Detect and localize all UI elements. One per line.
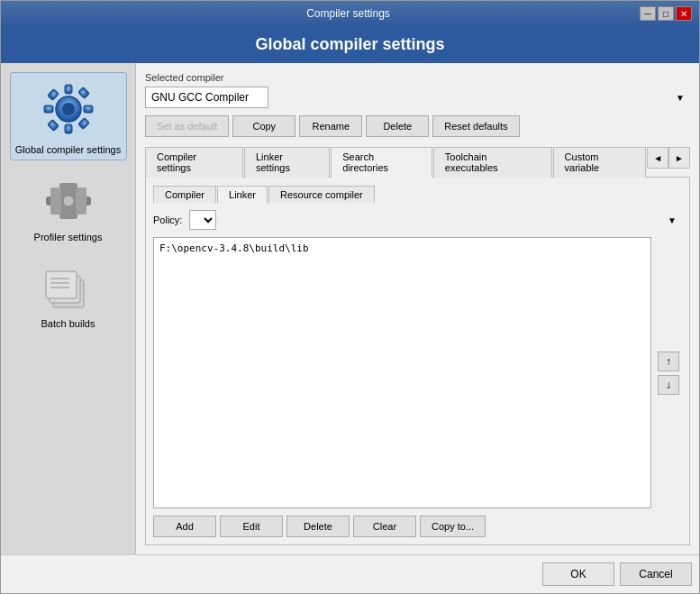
compiler-dropdown-wrapper: GNU GCC Compiler ▼ xyxy=(145,87,690,108)
delete-button[interactable]: Delete xyxy=(366,115,429,137)
inner-tab-resource-compiler[interactable]: Resource compiler xyxy=(268,186,375,204)
tab-custom-variable[interactable]: Custom variable xyxy=(553,147,647,178)
compiler-dropdown[interactable]: GNU GCC Compiler xyxy=(145,87,268,108)
ok-button[interactable]: OK xyxy=(542,562,614,586)
tab-nav-left[interactable]: ◄ xyxy=(647,147,668,169)
delete-path-button[interactable]: Delete xyxy=(286,516,350,537)
svg-rect-7 xyxy=(77,118,89,130)
profiler-icon xyxy=(37,174,100,228)
svg-rect-5 xyxy=(84,105,93,113)
svg-rect-8 xyxy=(47,120,59,132)
svg-rect-4 xyxy=(44,105,53,113)
sidebar-label-batch: Batch builds xyxy=(41,318,95,329)
svg-rect-9 xyxy=(77,87,89,99)
policy-dropdown[interactable] xyxy=(189,210,216,230)
policy-label: Policy: xyxy=(153,215,182,225)
paths-area[interactable]: F:\opencv-3.4.8\build\lib xyxy=(153,237,651,508)
move-up-button[interactable]: ↑ xyxy=(658,352,679,371)
svg-rect-2 xyxy=(65,85,72,94)
batch-icon xyxy=(37,260,100,315)
policy-dropdown-wrapper: ▼ xyxy=(189,210,682,230)
maximize-button[interactable]: □ xyxy=(658,6,674,21)
close-button[interactable]: ✕ xyxy=(676,6,692,21)
svg-rect-17 xyxy=(46,271,77,298)
window-controls: ─ □ ✕ xyxy=(640,6,692,21)
title-bar: Compiler settings ─ □ ✕ xyxy=(1,1,699,26)
set-default-button[interactable]: Set as default xyxy=(145,115,229,137)
footer: OK Cancel xyxy=(1,554,699,593)
svg-point-14 xyxy=(63,196,74,206)
svg-point-1 xyxy=(62,103,75,115)
actions-panel: ↑ ↓ xyxy=(655,237,682,508)
outer-tabs: Compiler settings Linker settings Search… xyxy=(145,146,690,178)
inner-tab-linker[interactable]: Linker xyxy=(217,186,268,204)
copy-to-button[interactable]: Copy to... xyxy=(420,516,486,537)
inner-tabs: Compiler Linker Resource compiler xyxy=(153,185,682,203)
content-row: F:\opencv-3.4.8\build\lib ↑ ↓ xyxy=(153,237,682,508)
sidebar-label-global: Global compiler settings xyxy=(15,144,121,155)
reset-defaults-button[interactable]: Reset defaults xyxy=(432,115,519,137)
cancel-button[interactable]: Cancel xyxy=(620,562,692,586)
right-panel: Selected compiler GNU GCC Compiler ▼ Set… xyxy=(136,63,699,554)
main-window: Compiler settings ─ □ ✕ Global compiler … xyxy=(0,0,700,594)
inner-panel: Compiler Linker Resource compiler Policy… xyxy=(145,178,690,545)
gear-icon xyxy=(37,78,100,141)
sidebar-item-profiler[interactable]: Profiler settings xyxy=(10,169,127,247)
window-title: Compiler settings xyxy=(57,7,640,20)
svg-rect-3 xyxy=(65,124,72,133)
tab-compiler-settings[interactable]: Compiler settings xyxy=(145,147,243,178)
policy-row: Policy: ▼ xyxy=(153,210,682,230)
move-down-button[interactable]: ↓ xyxy=(658,375,679,395)
tab-linker-settings[interactable]: Linker settings xyxy=(244,147,330,178)
sidebar: Global compiler settings Profiler settin… xyxy=(1,63,136,554)
rename-button[interactable]: Rename xyxy=(299,115,362,137)
tab-toolchain-executables[interactable]: Toolchain executables xyxy=(433,147,552,178)
minimize-button[interactable]: ─ xyxy=(640,6,656,21)
header-bar: Global compiler settings xyxy=(1,26,699,63)
edit-button[interactable]: Edit xyxy=(220,516,283,537)
compiler-row: GNU GCC Compiler ▼ xyxy=(145,87,690,108)
sidebar-item-global-compiler[interactable]: Global compiler settings xyxy=(10,72,127,160)
selected-compiler-label: Selected compiler xyxy=(145,72,690,83)
copy-button[interactable]: Copy xyxy=(232,115,295,137)
svg-rect-6 xyxy=(47,89,59,101)
inner-tab-compiler[interactable]: Compiler xyxy=(153,186,216,204)
svg-rect-12 xyxy=(50,187,61,215)
sidebar-label-profiler: Profiler settings xyxy=(34,232,103,242)
sidebar-item-batch[interactable]: Batch builds xyxy=(10,256,127,334)
path-item: F:\opencv-3.4.8\build\lib xyxy=(158,242,647,255)
svg-rect-13 xyxy=(76,187,86,215)
tab-nav-right[interactable]: ► xyxy=(668,147,690,169)
main-content: Global compiler settings Profiler settin… xyxy=(1,63,699,554)
clear-button[interactable]: Clear xyxy=(353,516,416,537)
compiler-dropdown-arrow: ▼ xyxy=(676,93,685,103)
policy-dropdown-arrow: ▼ xyxy=(668,215,677,225)
tab-search-directories[interactable]: Search directories xyxy=(331,147,432,178)
compiler-btn-row: Set as default Copy Rename Delete Reset … xyxy=(145,115,690,137)
add-button[interactable]: Add xyxy=(153,516,216,537)
header-title: Global compiler settings xyxy=(255,35,444,53)
bottom-buttons: Add Edit Delete Clear Copy to... xyxy=(153,516,682,537)
